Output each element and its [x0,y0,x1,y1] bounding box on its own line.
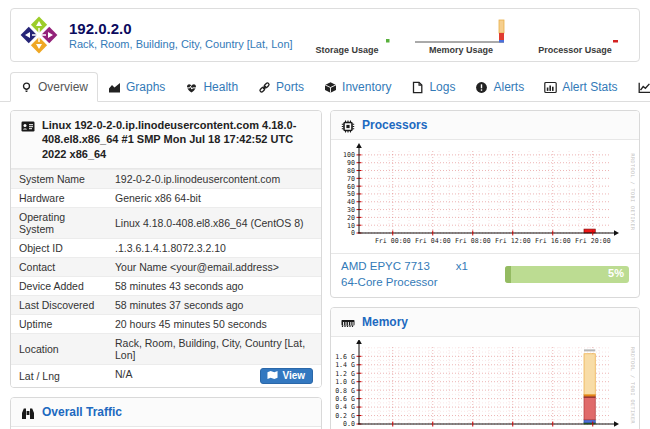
usage-widgets: Storage UsageMemory UsageProcessor Usage [297,15,625,55]
cpu-usage-progressbar: 5% [505,266,629,283]
sysinfo-row: Uptime20 hours 45 minutes 50 seconds [11,314,321,333]
tab-label: Alerts [493,80,524,94]
storage-usage-widget[interactable]: Storage Usage [297,15,397,55]
cpu-usage-fill [505,266,511,283]
sysinfo-row: ContactYour Name <your@email.address> [11,257,321,276]
area-chart-icon [108,81,121,94]
cube-icon [324,81,337,94]
sysinfo-value: Linux 4.18.0-408.el8.x86_64 (CentOS 8) [115,217,304,229]
tab-logs[interactable]: Logs [401,72,465,102]
svg-text:0.2 G: 0.2 G [335,412,355,420]
svg-text:1.2 G: 1.2 G [335,370,355,378]
svg-text:70: 70 [347,175,355,183]
line-chart-icon [638,81,650,94]
processors-panel: Processors 0102030405060708090100Fri 00:… [330,110,640,298]
svg-text:RRDTOOL / TOBI OETIKER: RRDTOOL / TOBI OETIKER [630,153,635,231]
svg-text:1.4 G: 1.4 G [335,361,355,369]
tab-latency[interactable]: Latency [628,72,650,102]
svg-text:1.6 G: 1.6 G [335,353,355,361]
sysinfo-value: 192-0-2-0.ip.linodeusercontent.com [115,173,280,185]
svg-text:10: 10 [347,222,355,230]
view-map-button[interactable]: View [260,368,313,384]
binoculars-icon [21,406,35,419]
svg-text:Fri 16:00: Fri 16:00 [535,237,571,245]
system-description: Linux 192-0-2-0.ip.linodeusercontent.com… [42,118,311,161]
sysinfo-row: Object ID.1.3.6.1.4.1.8072.3.2.10 [11,238,321,257]
tab-alert-stats[interactable]: Alert Stats [534,72,627,102]
device-tabbar: OverviewGraphsHealthPortsInventoryLogsAl… [0,70,650,102]
tab-label: Graphs [126,80,165,94]
lightbulb-icon [20,81,33,94]
processor-row: AMD EPYC 7713x1 64-Core Processor 5% [331,253,639,297]
overall-traffic-panel: Overall Traffic 050 k100 k150 kRRDTOOL /… [10,397,322,429]
svg-text:20: 20 [347,214,355,222]
sysinfo-label: Operating System [11,207,107,238]
svg-text:90: 90 [347,159,355,167]
svg-text:Fri 20:00: Fri 20:00 [575,237,611,245]
centos-logo-icon [19,15,59,55]
sysinfo-row: System Name192-0-2-0.ip.linodeuserconten… [11,169,321,188]
system-info-panel: Linux 192-0-2-0.ip.linodeusercontent.com… [10,110,322,388]
svg-text:100: 100 [343,151,355,159]
cpu-desc-link[interactable]: 64-Core Processor [341,276,438,288]
id-card-icon [21,119,35,132]
sysinfo-label: Location [11,333,107,364]
traffic-panel-title[interactable]: Overall Traffic [42,405,122,419]
sysinfo-row: LocationRack, Room, Building, City, Coun… [11,333,321,364]
processor-usage-label: Processor Usage [538,45,612,55]
memory-ram-icon [341,316,355,329]
svg-text:0.6 G: 0.6 G [335,395,355,403]
storage-usage-minigraph [299,15,395,45]
tab-graphs[interactable]: Graphs [98,72,175,102]
tab-label: Ports [276,80,304,94]
sysinfo-row: Operating SystemLinux 4.18.0-408.el8.x86… [11,207,321,238]
sysinfo-value: 20 hours 45 minutes 50 seconds [115,318,267,330]
sysinfo-label: Device Added [11,276,107,295]
tab-label: Overview [38,80,88,94]
sysinfo-row: HardwareGeneric x86 64-bit [11,188,321,207]
tab-alerts[interactable]: Alerts [465,72,534,102]
sysinfo-label: Contact [11,257,107,276]
link-icon [258,81,271,94]
tab-overview[interactable]: Overview [10,72,98,102]
file-icon [411,81,424,94]
sysinfo-value: 58 minutes 43 seconds ago [115,280,243,292]
device-location-link[interactable]: Rack, Room, Building, City, Country [Lat… [69,38,293,50]
svg-text:RRDTOOL / TOBI OETIKER: RRDTOOL / TOBI OETIKER [630,347,635,425]
sysinfo-label: Object ID [11,238,107,257]
tab-ports[interactable]: Ports [248,72,314,102]
bar-chart-icon [544,81,557,94]
processor-usage-widget[interactable]: Processor Usage [525,15,625,55]
svg-text:1.0 G: 1.0 G [335,378,355,386]
memory-graph[interactable]: 0.00.2 G0.4 G0.6 G0.8 G1.0 G1.2 G1.4 G1.… [331,337,639,429]
svg-text:Fri 12:00: Fri 12:00 [495,237,531,245]
processor-usage-minigraph [527,15,623,45]
memory-usage-minigraph [413,15,509,45]
processors-panel-title[interactable]: Processors [362,118,427,132]
sysinfo-value: Your Name <your@email.address> [115,261,279,273]
microchip-icon [341,119,355,132]
view-map-label: View [282,370,305,381]
memory-panel-title[interactable]: Memory [362,315,408,329]
memory-usage-widget[interactable]: Memory Usage [411,15,511,55]
memory-panel: Memory 0.00.2 G0.4 G0.6 G0.8 G1.0 G1.2 G… [330,307,640,429]
svg-text:50: 50 [347,190,355,198]
sysinfo-label: Uptime [11,314,107,333]
svg-text:0.8 G: 0.8 G [335,387,355,395]
tab-label: Alert Stats [562,80,617,94]
tab-inventory[interactable]: Inventory [314,72,401,102]
tab-health[interactable]: Health [175,72,248,102]
sysinfo-value: Rack, Room, Building, City, Country [Lat… [115,337,305,361]
sysinfo-label: System Name [11,169,107,188]
sysinfo-row: Device Added58 minutes 43 seconds ago [11,276,321,295]
cpu-name-link[interactable]: AMD EPYC 7713 [341,260,430,272]
svg-text:60: 60 [347,183,355,191]
device-header-card: 192.0.2.0 Rack, Room, Building, City, Co… [10,8,640,62]
svg-text:80: 80 [347,167,355,175]
processors-graph[interactable]: 0102030405060708090100Fri 00:00Fri 04:00… [331,140,639,253]
system-info-table: System Name192-0-2-0.ip.linodeuserconten… [11,169,321,387]
sysinfo-row: Last Discovered58 minutes 37 seconds ago [11,295,321,314]
sysinfo-value: N/A [115,368,133,380]
alert-circle-icon [475,81,488,94]
tab-label: Inventory [342,80,391,94]
